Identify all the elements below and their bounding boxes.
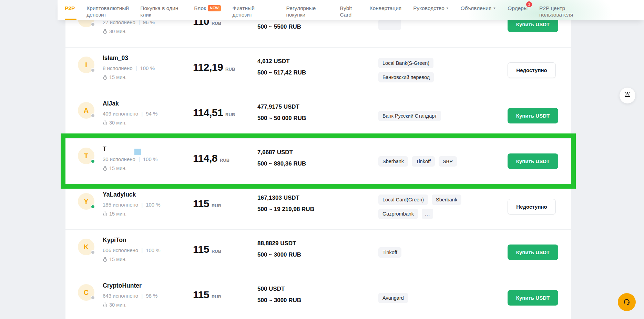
avatar-letter: Y xyxy=(84,198,88,206)
offer-row-kypiton: K KypiTon 606 исполнено|100 % 15 мин. 11… xyxy=(65,229,571,275)
alarm-fab[interactable] xyxy=(620,88,635,103)
buy-usdt-button[interactable]: Купить USDT xyxy=(508,108,558,123)
deals-count: 409 исполнено xyxy=(103,111,138,117)
payment-window-label: 15 мин. xyxy=(109,166,126,171)
price-currency: RUB xyxy=(212,21,221,26)
payment-window: 15 мин. xyxy=(103,74,126,80)
merchant-name[interactable]: Islam_03 xyxy=(103,54,128,62)
merchant-name[interactable]: KypiTon xyxy=(103,237,126,244)
payment-window: 15 мин. xyxy=(103,166,126,171)
stats-separator: | xyxy=(141,111,143,117)
payment-method-tag[interactable]: Avangard xyxy=(378,293,408,303)
action-cell: Недоступно xyxy=(508,199,556,215)
payment-window-label: 30 мин. xyxy=(109,29,126,34)
nav-item-p2p-user-center[interactable]: P2P центр пользователя xyxy=(539,5,581,18)
payment-method-tag[interactable]: SBP xyxy=(439,156,457,167)
chevron-down-icon: ▼ xyxy=(446,7,449,10)
price-value: 115 xyxy=(193,243,209,255)
avatar-letter: I xyxy=(85,61,87,69)
merchant-name[interactable]: CryptoHunter xyxy=(103,282,142,289)
merchant-name[interactable]: YaLadyluck xyxy=(103,191,136,198)
nav-item-p2p[interactable]: P2P xyxy=(65,5,75,12)
p2p-market-page: P2PКриптовалютный депозитПокупка в один … xyxy=(0,0,644,319)
nav-item-ads[interactable]: Объявления▼ xyxy=(461,5,496,12)
nav-item-convert[interactable]: Конвертация xyxy=(370,5,402,12)
payment-window-label: 15 мин. xyxy=(109,74,126,80)
price-currency: RUB xyxy=(212,249,221,254)
more-payment-methods-button[interactable]: ... xyxy=(422,209,433,219)
payment-method-tag[interactable]: Sberbank xyxy=(432,195,461,205)
merchant-avatar[interactable]: C xyxy=(78,284,94,301)
deals-count: 643 исполнено xyxy=(103,293,138,299)
order-limits: 500 ~ 50 000 RUB xyxy=(257,115,306,122)
stats-separator: | xyxy=(136,65,137,71)
payment-method-tag[interactable]: Gazprombank xyxy=(378,209,418,219)
buy-usdt-button[interactable]: Купить USDT xyxy=(508,290,558,306)
orders-count-badge: 1 xyxy=(526,1,532,7)
payment-window: 15 мин. xyxy=(103,211,126,217)
stopwatch-icon xyxy=(103,302,108,308)
merchant-avatar[interactable]: K xyxy=(78,239,94,255)
nav-item-guide[interactable]: Руководство▼ xyxy=(413,5,449,12)
stopwatch-icon xyxy=(103,29,108,34)
completion-rate: 94 % xyxy=(146,111,157,117)
completion-rate: 96 % xyxy=(143,19,155,25)
merchant-avatar[interactable]: A xyxy=(78,102,94,119)
order-limits: 500 ~ 3000 RUB xyxy=(257,297,301,304)
stats-separator: | xyxy=(139,19,140,25)
avatar-letter: K xyxy=(84,243,89,251)
payment-methods: Local Card(Green)SberbankGazprombank... xyxy=(378,184,487,229)
offer-row-aljak: A AlJak 409 исполнено|94 % 30 мин. 114,5… xyxy=(65,93,571,138)
support-chat-fab[interactable] xyxy=(618,293,636,311)
deals-count: 606 исполнено xyxy=(103,247,138,253)
merchant-name[interactable]: AlJak xyxy=(103,100,119,107)
available-amount: 7,6687 USDT xyxy=(257,149,293,156)
siren-icon xyxy=(624,91,631,100)
stats-separator: | xyxy=(141,247,143,253)
payment-method-tag[interactable]: Local Card(Green) xyxy=(378,195,428,205)
nav-item-crypto-deposit[interactable]: Криптовалютный депозит xyxy=(86,5,129,18)
stats-separator: | xyxy=(139,156,140,162)
payment-method-tag[interactable]: Банк Русский Стандарт xyxy=(378,111,441,121)
presence-dot xyxy=(91,159,95,163)
payment-methods: SberbankTinkoffSBP xyxy=(378,139,487,184)
merchant-name[interactable]: T xyxy=(103,146,106,153)
payment-method-tag[interactable]: Tinkoff xyxy=(412,156,435,167)
selection-artifact-square xyxy=(134,149,141,155)
price: 115 RUB xyxy=(193,243,221,255)
payment-method-tag[interactable]: Local Bank(S-Green) xyxy=(378,58,433,68)
stopwatch-icon xyxy=(103,257,108,262)
payment-window-label: 30 мин. xyxy=(109,302,126,308)
payment-method-tag[interactable]: Tinkoff xyxy=(378,247,401,258)
payment-method-tag[interactable]: Sberbank xyxy=(378,156,408,167)
chevron-down-icon: ▼ xyxy=(493,7,496,10)
nav-item-bybit-card[interactable]: Bybit Card xyxy=(340,5,358,18)
nav-item-block[interactable]: БлокNEW xyxy=(194,5,221,12)
nav-item-fiat-deposit[interactable]: Фиатный депозит xyxy=(233,5,275,18)
offer-row-t: T T 30 исполнено|100 % 15 мин. 114,8 RUB… xyxy=(65,138,571,184)
nav-item-one-click-buy[interactable]: Покупка в один клик xyxy=(140,5,182,18)
merchant-avatar[interactable]: T xyxy=(78,148,94,164)
nav-item-recurring-buy[interactable]: Регулярные покупки xyxy=(286,5,328,18)
available-amount: 4,612 USDT xyxy=(257,58,290,65)
deals-count: 30 исполнено xyxy=(103,156,135,162)
buy-usdt-button[interactable]: Купить USDT xyxy=(508,153,558,169)
merchant-stats: 8 исполнено|100 % xyxy=(103,65,155,71)
price-value: 115 xyxy=(193,198,209,210)
price-currency: RUB xyxy=(212,203,221,208)
avatar-letter: T xyxy=(84,152,88,160)
merchant-avatar[interactable]: Y xyxy=(78,193,94,210)
price: 114,51 RUB xyxy=(193,107,235,119)
merchant-avatar[interactable]: I xyxy=(78,57,94,73)
nav-item-orders[interactable]: Ордеры1 xyxy=(508,5,528,12)
payment-method-tag[interactable] xyxy=(378,19,401,30)
completion-rate: 98 % xyxy=(146,293,157,299)
payment-methods: Avangard xyxy=(378,275,487,319)
merchant-stats: 27 исполнено|96 % xyxy=(103,19,155,25)
buy-usdt-button[interactable]: Купить USDT xyxy=(508,245,558,260)
price-value: 114,51 xyxy=(193,107,223,119)
payment-method-tag[interactable]: Банковский перевод xyxy=(378,72,434,82)
merchant-stats: 643 исполнено|98 % xyxy=(103,293,157,299)
merchant-stats: 185 исполнено|100 % xyxy=(103,202,161,208)
price-value: 112,19 xyxy=(193,61,223,73)
